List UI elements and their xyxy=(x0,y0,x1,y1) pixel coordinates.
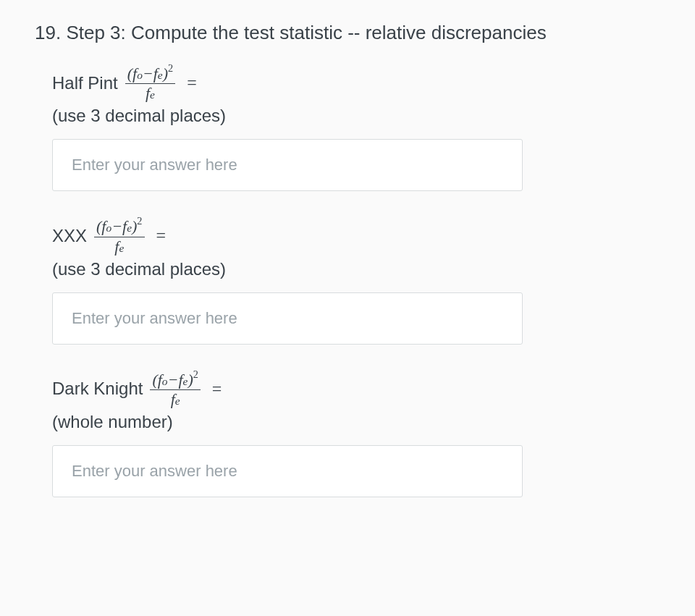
label-dark-knight: Dark Knight xyxy=(52,379,143,399)
formula-denominator: fe xyxy=(114,237,124,255)
hint-half-pint: (use 3 decimal places) xyxy=(52,106,660,126)
label-half-pint: Half Pint xyxy=(52,73,118,93)
question-number: 19. xyxy=(35,22,61,43)
sub-question-half-pint: Half Pint (fo−fe)2 fe = (use 3 decimal p… xyxy=(35,64,660,191)
formula-denominator: fe xyxy=(171,390,180,408)
question-title-text: Step 3: Compute the test statistic -- re… xyxy=(66,22,546,43)
answer-input-half-pint[interactable] xyxy=(52,139,523,191)
prompt-xxx: XXX (fo−fe)2 fe = xyxy=(52,217,660,254)
prompt-half-pint: Half Pint (fo−fe)2 fe = xyxy=(52,64,660,101)
question-title: 19. Step 3: Compute the test statistic -… xyxy=(35,22,660,44)
formula-denominator: fe xyxy=(146,84,155,101)
equals-sign: = xyxy=(212,379,222,399)
sub-question-dark-knight: Dark Knight (fo−fe)2 fe = (whole number) xyxy=(35,371,660,497)
hint-xxx: (use 3 decimal places) xyxy=(52,259,660,279)
answer-input-xxx[interactable] xyxy=(52,292,523,345)
sub-question-xxx: XXX (fo−fe)2 fe = (use 3 decimal places) xyxy=(35,217,660,344)
formula-fraction: (fo−fe)2 fe xyxy=(150,371,200,408)
hint-dark-knight: (whole number) xyxy=(52,412,660,432)
formula-numerator: (fo−fe)2 xyxy=(125,64,175,84)
formula-numerator: (fo−fe)2 xyxy=(94,217,144,237)
equals-sign: = xyxy=(156,226,167,245)
formula-numerator: (fo−fe)2 xyxy=(150,371,200,390)
formula-fraction: (fo−fe)2 fe xyxy=(125,64,175,101)
label-xxx: XXX xyxy=(52,226,87,246)
answer-input-dark-knight[interactable] xyxy=(52,445,523,497)
prompt-dark-knight: Dark Knight (fo−fe)2 fe = xyxy=(52,371,660,408)
equals-sign: = xyxy=(187,73,197,93)
formula-fraction: (fo−fe)2 fe xyxy=(94,217,144,254)
